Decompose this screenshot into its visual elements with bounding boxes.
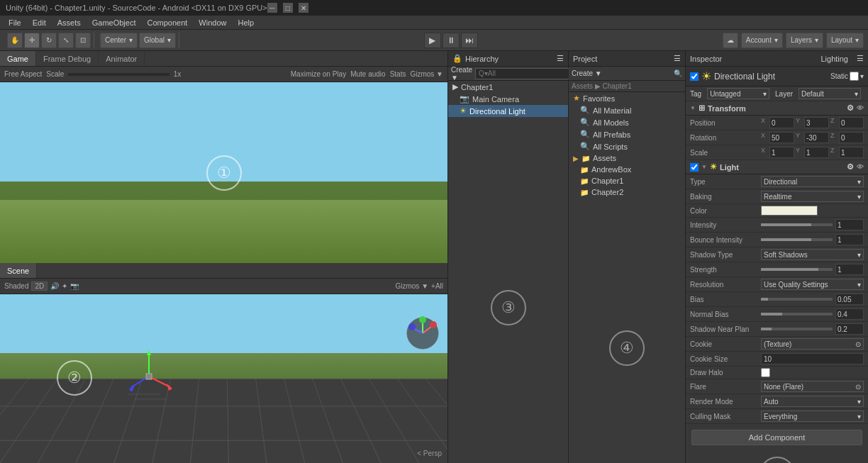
- gizmos-btn[interactable]: Gizmos ▼: [410, 70, 443, 78]
- add-component-button[interactable]: Add Component: [691, 430, 862, 445]
- position-x[interactable]: 0: [769, 117, 794, 128]
- culling-mask-dropdown[interactable]: Everything ▾: [761, 411, 864, 422]
- menu-gameobject[interactable]: GameObject: [87, 17, 142, 28]
- effect-btn[interactable]: ✦: [62, 282, 67, 290]
- shadow-near-slider[interactable]: [761, 328, 833, 330]
- render-mode-dropdown[interactable]: Auto ▾: [761, 396, 864, 407]
- cloud-button[interactable]: ☁: [723, 33, 738, 48]
- draw-halo-checkbox[interactable]: [761, 368, 770, 377]
- tab-animator[interactable]: Animator: [99, 51, 145, 66]
- project-item-allscripts[interactable]: 🔍 All Scripts: [569, 140, 685, 152]
- menu-component[interactable]: Component: [141, 17, 193, 28]
- bounce-slider[interactable]: [761, 238, 833, 241]
- scale-slider[interactable]: [68, 73, 169, 76]
- cookie-dropdown[interactable]: (Texture) ⊙: [761, 338, 864, 350]
- tab-game[interactable]: Game: [0, 51, 36, 66]
- position-y[interactable]: 3: [804, 117, 829, 128]
- scene-gizmos-btn[interactable]: Gizmos ▼: [395, 282, 428, 290]
- normal-bias-slider[interactable]: [761, 313, 833, 316]
- light-eye-icon[interactable]: 👁: [857, 163, 864, 171]
- global-dropdown[interactable]: Global ▾: [139, 33, 176, 48]
- menu-file[interactable]: File: [3, 17, 27, 28]
- static-checkbox[interactable]: [850, 72, 859, 81]
- flare-dropdown[interactable]: None (Flare) ⊙: [761, 381, 864, 392]
- normal-bias-value[interactable]: 0.4: [835, 308, 864, 320]
- tool-hand[interactable]: ✋: [7, 33, 23, 48]
- layout-dropdown[interactable]: Layout ▾: [826, 33, 864, 48]
- hierarchy-menu-icon[interactable]: ☰: [557, 54, 564, 63]
- aspect-label[interactable]: Free Aspect: [4, 70, 42, 78]
- tab-frame-debug[interactable]: Frame Debug: [36, 51, 99, 66]
- cookie-size-field[interactable]: [761, 353, 864, 364]
- tag-dropdown[interactable]: Untagged ▾: [707, 88, 769, 99]
- strength-slider[interactable]: [761, 268, 833, 271]
- project-item-chapter1[interactable]: 📁 Chapter1: [569, 175, 685, 186]
- transform-component-header[interactable]: ▼ ⊞ Transform ⚙ 👁: [686, 101, 868, 116]
- inspector-menu-icon[interactable]: ☰: [857, 54, 864, 63]
- bias-value[interactable]: 0.05: [835, 294, 864, 305]
- tool-rect[interactable]: ⊡: [75, 33, 91, 48]
- close-button[interactable]: ✕: [299, 3, 308, 13]
- project-menu-icon[interactable]: ☰: [674, 54, 681, 63]
- scene-all-btn[interactable]: +All: [431, 282, 443, 290]
- position-z[interactable]: 0: [839, 117, 864, 128]
- minimize-button[interactable]: ─: [267, 3, 277, 13]
- shadow-type-dropdown[interactable]: Soft Shadows ▾: [761, 249, 864, 260]
- shaded-dropdown[interactable]: Shaded: [4, 282, 28, 290]
- pause-button[interactable]: ⏸: [443, 33, 460, 48]
- step-button[interactable]: ⏭: [461, 33, 478, 48]
- intensity-slider[interactable]: [761, 223, 833, 226]
- static-dropdown[interactable]: ▾: [860, 72, 864, 80]
- menu-help[interactable]: Help: [232, 17, 260, 28]
- layer-dropdown[interactable]: Default ▾: [799, 88, 861, 99]
- resolution-dropdown[interactable]: Use Quality Settings ▾: [761, 279, 864, 290]
- rotation-x[interactable]: 50: [769, 132, 794, 143]
- transform-settings-icon[interactable]: ⚙: [847, 104, 854, 113]
- project-search-icon[interactable]: 🔍: [674, 69, 682, 77]
- menu-assets[interactable]: Assets: [52, 17, 87, 28]
- favorites-folder[interactable]: ★ Favorites: [569, 92, 685, 104]
- shadow-near-value[interactable]: 0.2: [835, 323, 864, 335]
- tool-scale[interactable]: ⤡: [58, 33, 74, 48]
- light-settings-icon[interactable]: ⚙: [847, 162, 854, 172]
- hierarchy-search[interactable]: [475, 68, 572, 79]
- project-item-allprefabs[interactable]: 🔍 All Prefabs: [569, 128, 685, 140]
- lighting-title[interactable]: Lighting: [820, 55, 848, 63]
- maximize-btn[interactable]: Maximize on Play: [291, 70, 346, 78]
- project-item-allmaterial[interactable]: 🔍 All Material: [569, 104, 685, 116]
- tool-move[interactable]: ✛: [24, 33, 40, 48]
- audio-btn[interactable]: 🔊: [50, 282, 59, 290]
- transform-eye-icon[interactable]: 👁: [857, 104, 864, 112]
- hierarchy-item-maincamera[interactable]: 📷 Main Camera: [448, 93, 568, 105]
- tab-scene[interactable]: Scene: [0, 263, 37, 278]
- object-name[interactable]: Directional Light: [714, 72, 828, 82]
- light-enabled-checkbox[interactable]: [690, 163, 699, 172]
- layers-dropdown[interactable]: Layers ▾: [786, 33, 823, 48]
- hierarchy-item-chapter1[interactable]: ▶ Chapter1: [448, 81, 568, 93]
- type-dropdown[interactable]: Directional ▾: [761, 176, 864, 187]
- play-button[interactable]: ▶: [424, 33, 441, 48]
- project-item-andrewbox[interactable]: 📁 AndrewBox: [569, 164, 685, 175]
- 2d-btn[interactable]: 2D: [31, 281, 48, 291]
- scale-x[interactable]: 1: [769, 147, 794, 158]
- center-dropdown[interactable]: Center ▾: [100, 33, 138, 48]
- scale-z[interactable]: 1: [839, 147, 864, 158]
- menu-edit[interactable]: Edit: [27, 17, 52, 28]
- mute-btn[interactable]: Mute audio: [350, 70, 385, 78]
- project-create-btn[interactable]: Create ▼: [572, 69, 602, 77]
- stats-btn[interactable]: Stats: [390, 70, 406, 78]
- color-swatch[interactable]: [761, 206, 818, 216]
- light-component-header[interactable]: ▼ ☀ Light ⚙ 👁: [686, 160, 868, 174]
- bounce-value[interactable]: 1: [835, 234, 864, 245]
- object-enabled-checkbox[interactable]: [690, 72, 699, 81]
- camera-btn[interactable]: 📷: [70, 282, 79, 290]
- tool-rotate[interactable]: ↻: [41, 33, 57, 48]
- rotation-z[interactable]: 0: [839, 132, 864, 143]
- project-item-allmodels[interactable]: 🔍 All Models: [569, 116, 685, 128]
- strength-value[interactable]: 1: [835, 264, 864, 275]
- rotation-y[interactable]: -30: [804, 132, 829, 143]
- hierarchy-create-btn[interactable]: Create ▼: [451, 66, 472, 82]
- assets-folder[interactable]: ▶ 📁 Assets: [569, 152, 685, 164]
- menu-window[interactable]: Window: [193, 17, 232, 28]
- scale-y[interactable]: 1: [804, 147, 829, 158]
